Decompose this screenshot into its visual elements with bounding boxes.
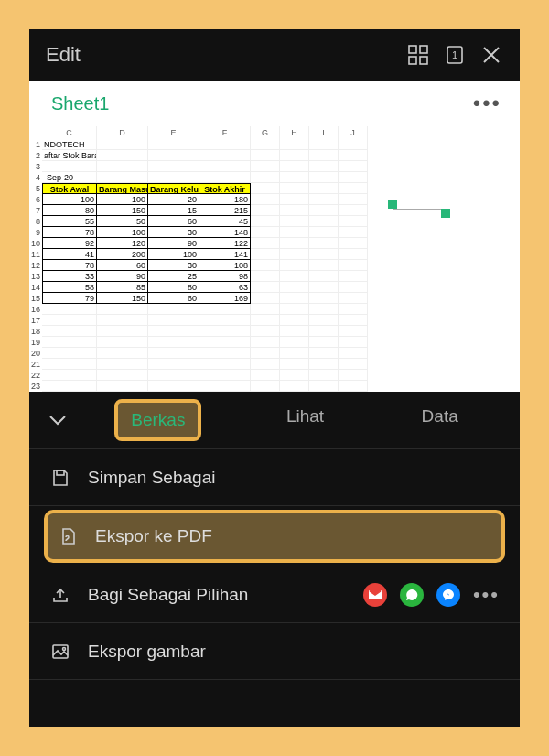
row-num[interactable]: 9 [29,227,42,238]
table-row[interactable]: NDOTECH [42,139,520,150]
svg-rect-0 [409,46,416,53]
table-row[interactable]: 33902598 [42,271,520,282]
svg-rect-1 [420,46,427,53]
collapse-menu-icon[interactable] [42,414,73,427]
table-row[interactable] [42,348,520,359]
row-num[interactable]: 5 [29,183,42,194]
whatsapp-icon[interactable] [400,583,424,607]
menu-save-as[interactable]: Simpan Sebagai [29,449,520,506]
save-icon [49,467,71,489]
menu-export-image[interactable]: Ekspor gambar [29,623,520,680]
table-row[interactable]: Stok AwalBarang MasukBarang KeluarStok A… [42,183,520,194]
table-row[interactable] [42,337,520,348]
table-row[interactable] [42,161,520,172]
row-num[interactable]: 4 [29,172,42,183]
svg-point-11 [63,647,66,650]
menu-export-image-label: Ekspor gambar [88,642,206,662]
col-head-G[interactable]: G [251,126,280,139]
menu-export-pdf-label: Ekspor ke PDF [95,526,212,546]
tab-berkas[interactable]: Berkas [114,399,201,441]
spreadsheet-view[interactable]: 1234567891011121314151617181920212223 CD… [29,126,520,392]
mail-icon[interactable] [363,583,387,607]
svg-rect-2 [409,57,416,64]
svg-rect-3 [420,57,427,64]
row-num[interactable]: 17 [29,315,42,326]
row-num[interactable]: 3 [29,161,42,172]
row-num[interactable]: 6 [29,194,42,205]
table-row[interactable] [42,315,520,326]
row-num[interactable]: 11 [29,249,42,260]
row-num[interactable]: 23 [29,381,42,392]
svg-text:1: 1 [452,49,458,60]
menu-save-as-label: Simpan Sebagai [88,468,215,488]
col-head-J[interactable]: J [339,126,368,139]
tab-lihat[interactable]: Lihat [274,399,337,441]
pdf-icon [57,525,79,547]
page-count-icon[interactable]: 1 [443,43,467,67]
table-row[interactable]: -Sep-20 [42,172,520,183]
header-title: Edit [46,43,393,67]
share-icon [49,584,71,606]
col-head-H[interactable]: H [280,126,309,139]
row-num[interactable]: 21 [29,359,42,370]
row-num[interactable]: 2 [29,150,42,161]
table-row[interactable]: 9212090122 [42,238,520,249]
menu-share-label: Bagi Sebagai Pilihan [88,585,248,605]
grid-view-icon[interactable] [406,43,430,67]
menu-export-pdf[interactable]: Ekspor ke PDF [44,510,505,563]
handle-bottom-right[interactable] [441,209,450,218]
row-num[interactable]: 14 [29,282,42,293]
table-row[interactable]: 41200100141 [42,249,520,260]
handle-top-left[interactable] [388,200,397,209]
table-row[interactable]: 786030108 [42,260,520,271]
app-header: Edit 1 [29,29,520,81]
sheet-tab-bar: Sheet1 ••• [29,81,520,126]
row-num[interactable]: 16 [29,304,42,315]
row-num[interactable]: 13 [29,271,42,282]
tab-data[interactable]: Data [409,399,471,441]
sheet-tab-sheet1[interactable]: Sheet1 [48,88,113,120]
row-num[interactable]: 19 [29,337,42,348]
row-num[interactable]: 20 [29,348,42,359]
row-num[interactable]: 22 [29,370,42,381]
chart-resize-handles[interactable] [388,200,452,216]
row-num[interactable]: 12 [29,260,42,271]
table-row[interactable] [42,304,520,315]
menu-share[interactable]: Bagi Sebagai Pilihan ••• [29,567,520,623]
table-row[interactable]: 58858063 [42,282,520,293]
image-icon [49,641,71,663]
row-num[interactable]: 15 [29,293,42,304]
row-num[interactable]: 7 [29,205,42,216]
col-head-I[interactable]: I [309,126,339,139]
close-icon[interactable] [479,43,503,67]
col-head-D[interactable]: D [97,126,148,139]
svg-rect-8 [57,470,64,475]
row-num[interactable]: 10 [29,238,42,249]
messenger-icon[interactable] [436,583,460,607]
row-num[interactable]: 1 [29,139,42,150]
share-more-icon[interactable]: ••• [473,583,500,607]
bottom-menu: Berkas Lihat Data Simpan Sebagai [29,392,520,727]
table-row[interactable]: 7915060169 [42,293,520,304]
table-row[interactable] [42,370,520,381]
col-head-E[interactable]: E [148,126,199,139]
svg-rect-10 [53,645,68,658]
app-window: Edit 1 Sheet1 ••• [29,29,520,727]
table-row[interactable] [42,381,520,392]
col-head-F[interactable]: F [199,126,251,139]
sheet-tabs-more-icon[interactable]: ••• [473,91,501,116]
table-row[interactable]: aftar Stok Barang [42,150,520,161]
table-row[interactable]: 7810030148 [42,227,520,238]
col-head-C[interactable]: C [42,126,97,139]
menu-tabs: Berkas Lihat Data [29,392,520,448]
row-num[interactable]: 18 [29,326,42,337]
table-row[interactable] [42,359,520,370]
row-num[interactable]: 8 [29,216,42,227]
table-row[interactable] [42,326,520,337]
